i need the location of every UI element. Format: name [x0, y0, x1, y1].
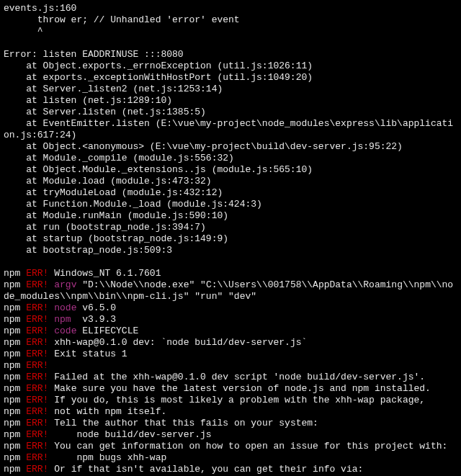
- stack-trace-line: at Module.runMain (module.js:590:10): [4, 210, 457, 222]
- npm-error-line: npm ERR! Windows_NT 6.1.7601: [4, 268, 457, 279]
- stack-trace-line: at listen (net.js:1289:10): [4, 95, 457, 107]
- npm-error-line: npm ERR! You can get information on how …: [4, 441, 457, 452]
- npm-error-line: npm ERR! xhh-wap@0.1.0 dev: `node build/…: [4, 337, 457, 349]
- npm-error-line: npm ERR! npm bugs xhh-wap: [4, 452, 457, 464]
- npm-error-line: npm ERR! Tell the author that this fails…: [4, 418, 457, 429]
- npm-error-line: npm ERR! code ELIFECYCLE: [4, 325, 457, 337]
- stack-trace-line: Error: listen EADDRINUSE :::8080: [4, 49, 457, 60]
- stack-trace-line: at Server.listen (net.js:1385:5): [4, 107, 457, 118]
- npm-error-line: npm ERR! node v6.5.0: [4, 302, 457, 314]
- terminal-output: events.js:160 throw er; // Unhandled 'er…: [4, 3, 457, 476]
- stack-trace-line: on.js:617:24): [4, 130, 457, 141]
- stack-trace-line: at Object.exports._errnoException (util.…: [4, 60, 457, 72]
- stack-trace-line: at Server._listen2 (net.js:1253:14): [4, 84, 457, 95]
- stack-trace-line: [4, 37, 457, 49]
- stack-trace-line: at EventEmitter.listen (E:\vue\my-projec…: [4, 118, 457, 130]
- stack-trace-line: [4, 256, 457, 268]
- stack-trace-line: ^: [4, 26, 457, 37]
- stack-trace-line: at Function.Module._load (module.js:424:…: [4, 199, 457, 210]
- stack-trace-line: at bootstrap_node.js:509:3: [4, 245, 457, 256]
- stack-trace-line: events.js:160: [4, 3, 457, 14]
- stack-trace-line: at Object.Module._extensions..js (module…: [4, 164, 457, 176]
- npm-error-line: npm ERR! Failed at the xhh-wap@0.1.0 dev…: [4, 372, 457, 383]
- npm-error-line: npm ERR! npm v3.9.3: [4, 314, 457, 325]
- stack-trace-line: at Module.load (module.js:473:32): [4, 176, 457, 187]
- npm-error-line: npm ERR! Make sure you have the latest v…: [4, 383, 457, 395]
- stack-trace-line: at run (bootstrap_node.js:394:7): [4, 222, 457, 233]
- npm-error-line: npm ERR! node build/dev-server.js: [4, 429, 457, 441]
- npm-error-line: npm ERR! Or if that isn't available, you…: [4, 464, 457, 475]
- stack-trace-line: at Module._compile (module.js:556:32): [4, 153, 457, 164]
- npm-error-line: npm ERR!: [4, 360, 457, 372]
- stack-trace-line: throw er; // Unhandled 'error' event: [4, 14, 457, 26]
- npm-error-line: npm ERR! argv "D:\\Node\\node.exe" "C:\\…: [4, 279, 457, 291]
- npm-error-line: npm ERR! Exit status 1: [4, 349, 457, 360]
- stack-trace-line: at exports._exceptionWithHostPort (util.…: [4, 72, 457, 84]
- npm-error-line: de_modules\\npm\\bin\\npm-cli.js" "run" …: [4, 291, 457, 302]
- npm-error-line: npm ERR! not with npm itself.: [4, 406, 457, 418]
- stack-trace-line: at tryModuleLoad (module.js:432:12): [4, 187, 457, 199]
- npm-error-line: npm ERR! If you do, this is most likely …: [4, 395, 457, 406]
- stack-trace-line: at startup (bootstrap_node.js:149:9): [4, 233, 457, 245]
- stack-trace-line: at Object.<anonymous> (E:\vue\my-project…: [4, 141, 457, 153]
